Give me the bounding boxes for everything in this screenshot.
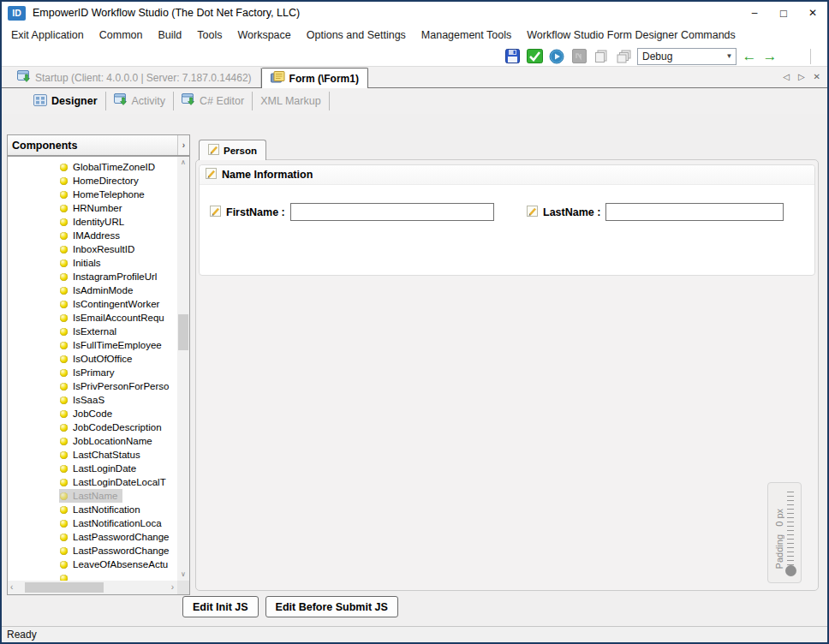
padding-slider-knob[interactable] xyxy=(785,565,796,576)
scroll-up-icon[interactable]: ∧ xyxy=(177,157,189,169)
vertical-scrollbar-thumb[interactable] xyxy=(178,314,188,350)
component-item[interactable]: Initials xyxy=(59,256,106,270)
component-item[interactable]: HomeDirectory xyxy=(59,174,144,188)
component-dot-icon xyxy=(60,301,68,308)
component-dot-icon xyxy=(60,314,68,322)
component-dot-icon xyxy=(60,534,68,541)
lastname-input[interactable] xyxy=(605,203,784,221)
component-item[interactable]: JobCodeDescription xyxy=(59,420,167,434)
component-item[interactable]: IsEmailAccountRequ xyxy=(59,311,170,325)
menu-item[interactable]: Tools xyxy=(189,29,230,41)
component-item[interactable]: IMAddress xyxy=(59,229,125,242)
horizontal-scrollbar-thumb[interactable] xyxy=(25,582,104,593)
minimize-button[interactable]: – xyxy=(740,2,769,24)
tab-activity[interactable]: Activity xyxy=(106,92,175,110)
window-controls: – □ ✕ xyxy=(740,2,827,24)
components-list-items: GlobalTimeZoneID HomeDirectory HomeTelep… xyxy=(8,157,177,581)
component-item-label: InstagramProfileUrl xyxy=(73,271,157,282)
collapse-panel-button[interactable]: › xyxy=(177,135,189,155)
component-item[interactable]: LastName xyxy=(59,489,122,503)
tab-person[interactable]: Person xyxy=(199,140,266,160)
component-item[interactable]: IsPrivPersonForPerso xyxy=(59,379,174,393)
component-item[interactable]: HomeTelephone xyxy=(59,188,150,201)
component-item[interactable]: InboxResultID xyxy=(59,242,140,256)
menu-item[interactable]: Workspace xyxy=(230,29,298,41)
menu-item[interactable]: Management Tools xyxy=(414,29,519,41)
close-tab-icon[interactable]: ✕ xyxy=(814,72,820,81)
padding-slider-widget[interactable]: 0 px Padding xyxy=(767,482,802,583)
component-item-label: LastNotification xyxy=(73,504,140,515)
component-item[interactable]: LastLoginDate xyxy=(59,462,141,475)
toolbar-group: Debug ▼ ← → xyxy=(504,46,811,66)
tab-csharp-editor[interactable]: C# Editor xyxy=(174,92,253,110)
tab-xml-markup[interactable]: XML Markup xyxy=(253,92,329,110)
component-item[interactable]: GlobalTimeZoneID xyxy=(59,160,160,174)
pencil-icon xyxy=(208,144,219,157)
component-dot-icon xyxy=(60,273,68,281)
menu-item[interactable]: Exit Application xyxy=(3,29,92,41)
scroll-right-icon[interactable]: › xyxy=(171,581,174,594)
padding-value: 0 px xyxy=(774,509,784,527)
tab-startup[interactable]: Startup (Client: 4.0.0.0 | Server: 7.187… xyxy=(9,68,261,87)
menu-item[interactable]: Common xyxy=(92,29,151,41)
component-item[interactable]: HRNumber xyxy=(59,201,128,215)
menu-item[interactable]: Options and Settings xyxy=(299,29,414,41)
component-item-label: LeaveOfAbsenseActu xyxy=(73,559,168,569)
navigate-back-icon[interactable]: ← xyxy=(742,49,757,63)
menu-bar: Exit ApplicationCommonBuildToolsWorkspac… xyxy=(2,24,827,46)
tab-form[interactable]: Form (\Form1) xyxy=(261,68,368,88)
component-item[interactable]: LastChatStatus xyxy=(59,448,146,462)
edit-before-submit-js-button[interactable]: Edit Before Submit JS xyxy=(265,596,398,617)
component-item[interactable]: IsFullTimeEmployee xyxy=(59,338,167,352)
tab-designer[interactable]: Designer xyxy=(26,92,106,110)
component-dot-icon xyxy=(60,205,68,212)
component-item[interactable]: LeaveOfAbsenseActu xyxy=(59,558,173,571)
component-item-label: IsContingentWorker xyxy=(73,299,159,309)
debug-mode-dropdown[interactable]: Debug ▼ xyxy=(637,48,737,65)
navigate-forward-icon[interactable]: → xyxy=(762,49,778,63)
scrollbar-corner xyxy=(177,581,189,594)
menu-item[interactable]: Workflow Studio Form Designer Commands xyxy=(519,29,743,41)
component-item[interactable]: LastNotificationLoca xyxy=(59,516,167,530)
components-vertical-scrollbar[interactable]: ∧ ∨ xyxy=(177,157,189,581)
scroll-down-icon[interactable]: ∨ xyxy=(177,569,189,581)
firstname-input[interactable] xyxy=(290,203,494,221)
component-item[interactable]: IsAdminMode xyxy=(59,283,138,297)
component-item[interactable]: JobLocationName xyxy=(59,434,158,448)
save-icon[interactable] xyxy=(504,48,521,64)
edit-init-js-button[interactable]: Edit Init JS xyxy=(182,596,259,617)
component-item[interactable]: IsPrimary xyxy=(59,366,120,379)
validate-check-icon[interactable] xyxy=(526,48,543,64)
scroll-tabs-left-icon[interactable]: ◁ xyxy=(783,72,790,81)
name-information-header[interactable]: Name Information xyxy=(200,165,814,185)
scroll-tabs-right-icon[interactable]: ▷ xyxy=(798,72,805,81)
debug-dropdown-value: Debug xyxy=(642,51,672,63)
menu-item[interactable]: Build xyxy=(151,29,190,41)
component-item[interactable]: LastPasswordChange xyxy=(59,530,175,544)
scroll-left-icon[interactable]: ‹ xyxy=(10,581,13,594)
component-item[interactable]: LastPasswordChange xyxy=(59,544,175,558)
component-item[interactable]: InstagramProfileUrl xyxy=(59,270,162,283)
component-item-label: IsExternal xyxy=(73,326,116,337)
component-item-label: LastLoginDateLocalT xyxy=(73,477,166,487)
form-designer-canvas: Name Information FirstName : LastName : xyxy=(195,159,819,591)
component-item[interactable]: IsSaaS xyxy=(59,393,110,407)
components-horizontal-scrollbar[interactable]: ‹ › xyxy=(8,581,177,594)
component-item[interactable]: IsOutOfOffice xyxy=(59,352,137,366)
component-item[interactable]: IdentityURL xyxy=(59,215,129,229)
startup-window-icon xyxy=(17,70,31,86)
maximize-button[interactable]: □ xyxy=(769,2,798,24)
component-item-label: IsPrivPersonForPerso xyxy=(73,381,169,391)
component-item[interactable] xyxy=(59,571,78,581)
component-item[interactable]: JobCode xyxy=(59,407,117,420)
close-button[interactable]: ✕ xyxy=(798,2,827,24)
component-item[interactable]: LastLoginDateLocalT xyxy=(59,475,171,489)
run-play-icon[interactable] xyxy=(548,48,565,64)
lastname-field-row: LastName : xyxy=(527,203,784,221)
component-item[interactable]: IsExternal xyxy=(59,325,122,338)
component-item-label: LastLoginDate xyxy=(73,463,136,474)
component-item[interactable]: IsContingentWorker xyxy=(59,297,164,311)
component-item[interactable]: LastNotification xyxy=(59,503,146,516)
lastname-label: LastName : xyxy=(543,206,600,218)
pencil-icon xyxy=(206,168,217,182)
